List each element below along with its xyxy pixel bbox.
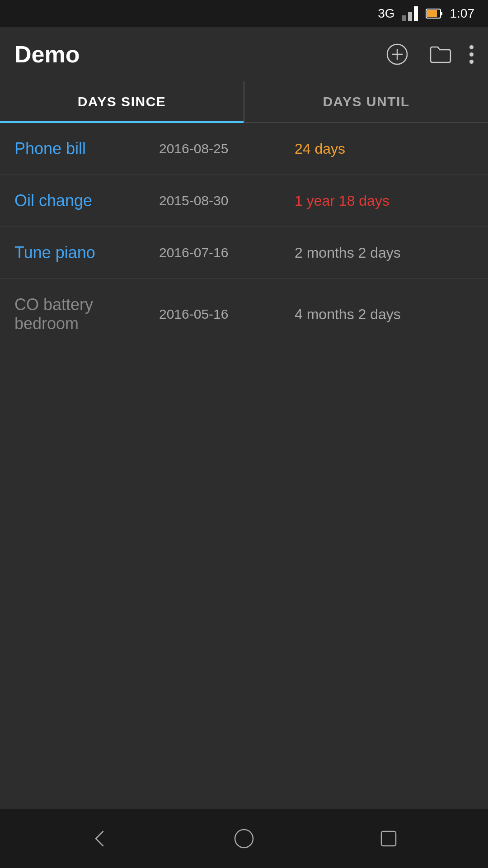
bottom-nav [0,809,488,868]
tab-days-since[interactable]: DAYS SINCE [0,81,244,122]
folder-button[interactable] [426,40,455,69]
list-item[interactable]: Phone bill 2016-08-25 24 days [0,123,488,175]
item-duration-phone-bill: 24 days [286,141,474,157]
item-date-oil-change: 2015-08-30 [159,193,286,208]
list-item[interactable]: CO battery bedroom 2016-05-16 4 months 2… [0,279,488,349]
add-circle-icon [385,42,409,66]
item-name-oil-change: Oil change [14,191,159,210]
svg-marker-2 [414,6,418,21]
battery-icon [426,7,443,20]
back-button[interactable] [81,821,117,857]
folder-icon [429,42,452,66]
time-display: 1:07 [450,6,475,21]
dot2 [469,52,474,57]
svg-rect-4 [441,12,442,15]
home-icon [231,826,257,851]
item-name-co-battery: CO battery bedroom [14,295,159,333]
item-name-tune-piano: Tune piano [14,243,159,262]
svg-rect-10 [381,831,396,846]
recents-icon [376,826,401,851]
item-date-tune-piano: 2016-07-16 [159,245,286,260]
item-duration-tune-piano: 2 months 2 days [286,245,474,261]
svg-rect-5 [427,10,437,17]
item-duration-oil-change: 1 year 18 days [286,193,474,209]
dot3 [469,60,474,64]
item-duration-co-battery: 4 months 2 days [286,306,474,323]
svg-point-9 [235,830,253,848]
app-bar: Demo [0,27,488,81]
add-button[interactable] [383,40,412,69]
list-item[interactable]: Oil change 2015-08-30 1 year 18 days [0,175,488,227]
tab-days-until[interactable]: DAYS UNTIL [244,81,488,122]
network-indicator: 3G [378,6,394,21]
app-title: Demo [14,41,383,68]
dot1 [469,45,474,49]
back-icon [87,826,112,851]
home-button[interactable] [226,821,262,857]
app-bar-actions [383,40,474,69]
tabs-bar: DAYS SINCE DAYS UNTIL [0,81,488,123]
svg-marker-1 [408,12,412,21]
svg-marker-0 [402,15,406,21]
item-date-co-battery: 2016-05-16 [159,307,286,322]
item-name-phone-bill: Phone bill [14,139,159,158]
status-bar: 3G 1:07 [0,0,488,27]
items-list: Phone bill 2016-08-25 24 days Oil change… [0,123,488,809]
recents-button[interactable] [371,821,407,857]
list-item[interactable]: Tune piano 2016-07-16 2 months 2 days [0,227,488,279]
item-date-phone-bill: 2016-08-25 [159,141,286,156]
more-button[interactable] [469,45,474,64]
signal-icon [402,6,418,21]
